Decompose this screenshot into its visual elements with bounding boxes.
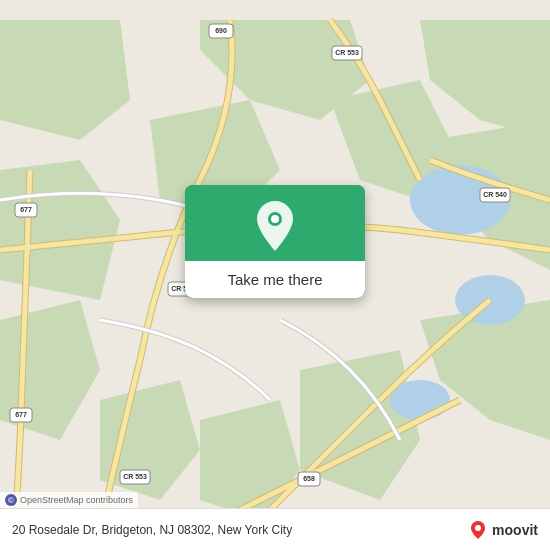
map-container: 690 CR 553 CR 540 677 CR 553 677 CR 553 … (0, 0, 550, 550)
address-label: 20 Rosedale Dr, Bridgeton, NJ 08302, New… (12, 523, 468, 537)
location-popup: Take me there (185, 185, 365, 298)
svg-text:677: 677 (20, 206, 32, 213)
svg-text:CR 553: CR 553 (123, 473, 147, 480)
osm-attribution: © OpenStreetMap contributors (0, 492, 138, 508)
take-me-there-button[interactable]: Take me there (185, 261, 365, 298)
svg-text:CR 540: CR 540 (483, 191, 507, 198)
svg-text:690: 690 (215, 27, 227, 34)
location-pin-icon (253, 201, 297, 251)
address-text: 20 Rosedale Dr, Bridgeton, NJ 08302, (12, 523, 214, 537)
svg-text:CR 553: CR 553 (335, 49, 359, 56)
osm-text: OpenStreetMap contributors (20, 495, 133, 505)
svg-text:658: 658 (303, 475, 315, 482)
svg-marker-0 (0, 20, 130, 140)
osm-icon: © (5, 494, 17, 506)
svg-text:677: 677 (15, 411, 27, 418)
city-text: New York City (217, 523, 292, 537)
moovit-text: moovit (492, 522, 538, 538)
svg-point-32 (271, 215, 279, 223)
moovit-icon (468, 520, 488, 540)
moovit-logo: moovit (468, 520, 538, 540)
svg-point-33 (475, 525, 481, 531)
popup-icon-area (185, 185, 365, 261)
bottom-bar: 20 Rosedale Dr, Bridgeton, NJ 08302, New… (0, 508, 550, 550)
svg-marker-3 (0, 160, 120, 300)
